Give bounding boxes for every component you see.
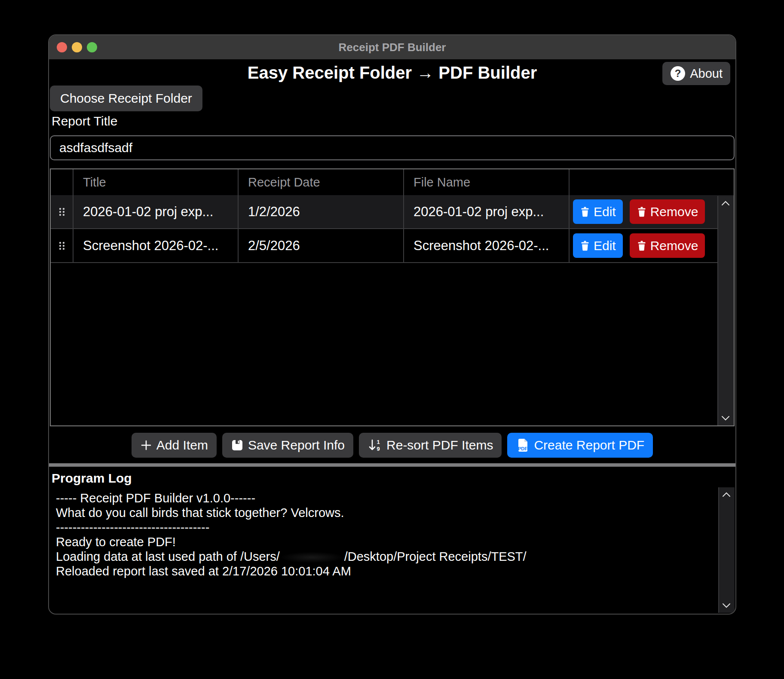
row-date: 2/5/2026 (239, 229, 404, 262)
drag-column-header (51, 169, 74, 195)
pdf-file-icon: PDF (516, 438, 530, 453)
choose-folder-button[interactable]: Choose Receipt Folder (50, 86, 202, 111)
table-header-row: Title Receipt Date File Name (51, 169, 734, 195)
drag-handle[interactable] (51, 195, 74, 228)
chevron-up-icon[interactable] (720, 199, 731, 207)
add-item-button[interactable]: Add Item (132, 433, 217, 458)
log-line: Ready to create PDF! (56, 535, 729, 549)
resort-label: Re-sort PDF Items (386, 438, 493, 453)
window-title: Receipt PDF Builder (339, 41, 446, 54)
svg-text:9: 9 (377, 446, 380, 452)
create-pdf-label: Create Report PDF (534, 438, 644, 453)
report-title-label: Report Title (52, 114, 117, 128)
titlebar[interactable]: Receipt PDF Builder (49, 35, 735, 59)
table-scrollbar[interactable] (717, 196, 734, 425)
traffic-lights (57, 35, 97, 59)
svg-text:PDF: PDF (518, 446, 527, 451)
log-line: What do you call birds that stick togeth… (56, 505, 729, 520)
chevron-down-icon[interactable] (721, 602, 732, 609)
about-label: About (690, 67, 723, 81)
trash-icon (580, 206, 590, 217)
choose-folder-label: Choose Receipt Folder (60, 91, 192, 106)
log-line-prefix: Loading data at last used path of /Users… (56, 550, 280, 563)
remove-button[interactable]: Remove (630, 233, 705, 258)
row-file: 2026-01-02 proj exp... (404, 195, 570, 228)
remove-label: Remove (650, 205, 698, 219)
program-log-heading: Program Log (52, 471, 132, 486)
minimize-button[interactable] (72, 42, 82, 52)
splitter-handle[interactable] (49, 463, 735, 467)
drag-handle-icon (58, 241, 66, 251)
drag-handle[interactable] (51, 229, 74, 262)
report-title-input[interactable] (50, 135, 735, 160)
close-button[interactable] (57, 42, 67, 52)
log-scrollbar[interactable] (718, 487, 735, 613)
log-line: Reloaded report last saved at 2/17/2026 … (56, 564, 729, 578)
trash-icon (637, 240, 647, 251)
log-line: Loading data at last used path of /Users… (56, 549, 729, 564)
edit-label: Edit (594, 205, 616, 219)
log-line: ------------------------------------- (56, 520, 729, 535)
column-header-date: Receipt Date (239, 169, 404, 195)
svg-text:?: ? (675, 67, 681, 79)
column-header-actions (570, 169, 734, 195)
question-icon: ? (670, 66, 686, 81)
table-row: 2026-01-02 proj exp... 1/2/2026 2026-01-… (51, 195, 734, 229)
table-row: Screenshot 2026-02-... 2/5/2026 Screensh… (51, 229, 734, 263)
remove-label: Remove (650, 239, 698, 253)
save-report-label: Save Report Info (248, 438, 345, 453)
row-title: 2026-01-02 proj exp... (74, 195, 239, 228)
page-title: Easy Receipt Folder → PDF Builder (49, 59, 735, 86)
trash-icon (580, 240, 590, 251)
edit-button[interactable]: Edit (573, 199, 623, 224)
program-log-text: ----- Receipt PDF Builder v1.0.0------ W… (50, 487, 735, 582)
actions-toolbar: Add Item Save Report Info 1 9 Re-sort PD (49, 433, 735, 458)
sort-numeric-icon: 1 9 (368, 438, 382, 452)
zoom-button[interactable] (87, 42, 97, 52)
receipt-table: Title Receipt Date File Name 2026-01-02 (50, 168, 735, 426)
plus-icon (140, 439, 152, 451)
edit-button[interactable]: Edit (573, 233, 623, 258)
remove-button[interactable]: Remove (630, 199, 705, 224)
drag-handle-icon (58, 207, 66, 217)
resort-button[interactable]: 1 9 Re-sort PDF Items (359, 433, 502, 458)
column-header-title: Title (74, 169, 239, 195)
trash-icon (637, 206, 647, 217)
row-file: Screenshot 2026-02-... (404, 229, 570, 262)
row-date: 1/2/2026 (239, 195, 404, 228)
save-icon (231, 439, 244, 452)
svg-text:1: 1 (377, 439, 380, 445)
app-window: Receipt PDF Builder Easy Receipt Folder … (48, 34, 736, 615)
row-actions: Edit Remove (570, 229, 734, 262)
chevron-down-icon[interactable] (720, 414, 731, 422)
save-report-button[interactable]: Save Report Info (222, 433, 353, 458)
redacted-username (280, 552, 344, 563)
log-line-suffix: /Desktop/Project Receipts/TEST/ (344, 550, 527, 563)
row-actions: Edit Remove (570, 195, 734, 228)
program-log-panel: ----- Receipt PDF Builder v1.0.0------ W… (50, 487, 735, 613)
create-pdf-button[interactable]: PDF Create Report PDF (507, 433, 653, 458)
add-item-label: Add Item (156, 438, 208, 453)
row-title: Screenshot 2026-02-... (74, 229, 239, 262)
edit-label: Edit (594, 239, 616, 253)
chevron-up-icon[interactable] (721, 491, 732, 499)
log-line: ----- Receipt PDF Builder v1.0.0------ (56, 491, 729, 505)
column-header-file: File Name (404, 169, 570, 195)
about-button[interactable]: ? About (662, 62, 730, 85)
